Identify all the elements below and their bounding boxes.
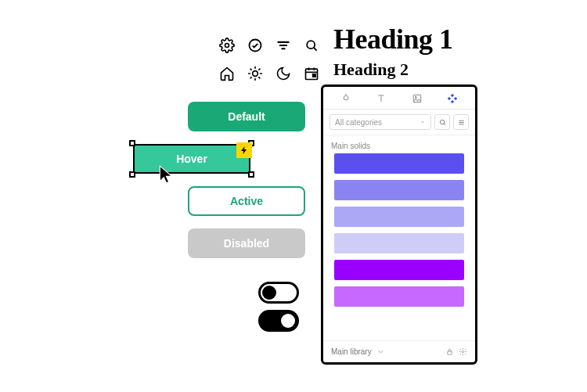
heading-2: Heading 2 — [333, 59, 453, 80]
active-button[interactable]: Active — [188, 186, 305, 216]
selection-handle[interactable] — [129, 171, 135, 178]
gear-icon — [216, 34, 238, 56]
headings-block: Heading 1 Heading 2 — [333, 25, 453, 80]
svg-line-6 — [314, 48, 317, 51]
tab-color[interactable] — [340, 93, 351, 104]
swatch-list — [323, 153, 475, 340]
color-panel: All categories Main solids Main library — [321, 85, 477, 365]
svg-rect-23 — [413, 95, 420, 102]
svg-point-7 — [253, 71, 258, 77]
panel-tabs — [323, 87, 475, 110]
chevron-down-icon[interactable] — [376, 347, 385, 356]
selection-handle[interactable] — [248, 171, 254, 178]
svg-line-14 — [250, 77, 251, 78]
sun-icon — [244, 63, 266, 85]
toggle-on[interactable] — [258, 310, 299, 332]
icon-grid — [216, 34, 322, 85]
svg-line-26 — [444, 124, 445, 125]
svg-point-5 — [307, 41, 315, 49]
color-swatch[interactable] — [334, 233, 464, 254]
categories-dropdown[interactable]: All categories — [330, 114, 431, 130]
default-button[interactable]: Default — [188, 102, 305, 131]
svg-point-25 — [440, 120, 445, 124]
home-icon — [216, 63, 238, 85]
svg-point-31 — [462, 351, 464, 353]
color-swatch[interactable] — [334, 153, 464, 174]
svg-line-11 — [259, 77, 260, 78]
svg-rect-30 — [448, 351, 452, 354]
hover-button-label: Hover — [176, 153, 207, 165]
svg-line-10 — [250, 69, 251, 70]
heading-1: Heading 1 — [333, 25, 453, 55]
hover-button[interactable]: Hover — [133, 144, 250, 174]
default-button-label: Default — [228, 110, 265, 123]
svg-point-0 — [225, 44, 229, 48]
active-button-label: Active — [230, 195, 263, 207]
swatch-section-label: Main solids — [323, 135, 475, 153]
color-swatch[interactable] — [334, 286, 464, 307]
library-label: Main library — [331, 347, 372, 356]
panel-search-button[interactable] — [434, 114, 450, 130]
selection-handle[interactable] — [129, 140, 135, 146]
panel-filter-row: All categories — [323, 110, 475, 135]
search-icon — [301, 34, 322, 56]
svg-line-15 — [259, 69, 260, 70]
color-swatch[interactable] — [334, 260, 464, 280]
disabled-button: Disabled — [188, 228, 305, 258]
toggle-off[interactable] — [258, 282, 299, 304]
moon-icon — [272, 63, 294, 85]
tab-components[interactable] — [447, 93, 458, 104]
button-states: Default Hover Active Disabled — [133, 102, 305, 271]
color-swatch[interactable] — [334, 207, 464, 227]
filter-icon — [272, 34, 294, 56]
tab-typography[interactable] — [376, 93, 387, 104]
panel-footer: Main library — [323, 340, 475, 362]
hover-button-selection[interactable]: Hover — [133, 144, 250, 174]
svg-point-24 — [415, 96, 416, 98]
color-swatch[interactable] — [334, 180, 464, 200]
gear-icon[interactable] — [459, 347, 467, 356]
check-circle-icon — [244, 34, 266, 56]
lock-icon[interactable] — [445, 347, 454, 356]
categories-label: All categories — [335, 118, 382, 127]
cursor-icon — [157, 164, 177, 185]
toggle-group — [258, 282, 299, 338]
calendar-icon — [301, 63, 322, 85]
lightning-icon — [236, 142, 252, 158]
panel-list-button[interactable] — [453, 114, 469, 130]
tab-image[interactable] — [412, 93, 423, 104]
chevron-down-icon — [420, 119, 426, 125]
svg-rect-20 — [313, 74, 315, 77]
disabled-button-label: Disabled — [224, 237, 269, 250]
